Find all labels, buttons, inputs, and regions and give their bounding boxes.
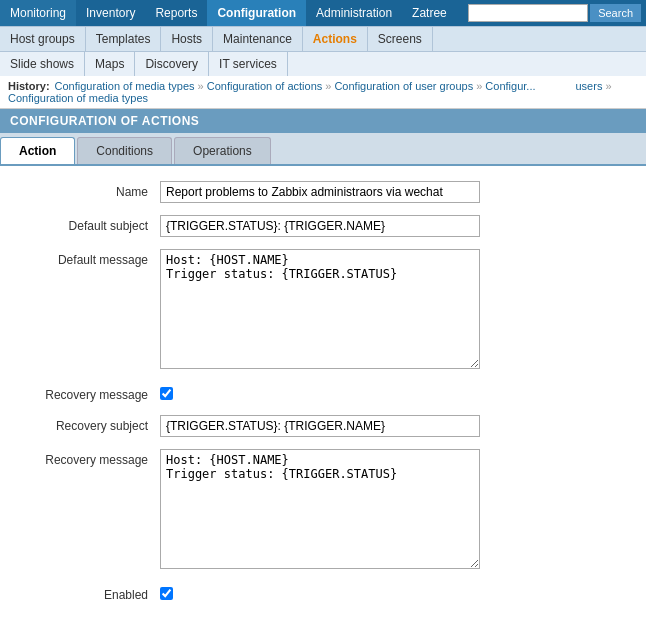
history-bar: History: Configuration of media types » … xyxy=(0,76,646,109)
default-subject-control xyxy=(160,215,626,237)
form-area: Name Default subject Default message Hos… xyxy=(0,166,646,628)
history-crumb-2[interactable]: Configuration of actions xyxy=(207,80,323,92)
nav-administration[interactable]: Administration xyxy=(306,0,402,26)
nav-actions[interactable]: Actions xyxy=(303,27,368,51)
recovery-message2-label: Recovery message xyxy=(20,449,160,467)
tab-action[interactable]: Action xyxy=(0,137,75,164)
recovery-message-checkbox[interactable] xyxy=(160,387,173,400)
top-nav: Monitoring Inventory Reports Configurati… xyxy=(0,0,646,26)
recovery-message-checkbox-control xyxy=(160,384,626,403)
history-label: History: xyxy=(8,80,50,92)
history-sep-2: » xyxy=(325,80,331,92)
default-subject-input[interactable] xyxy=(160,215,480,237)
nav-discovery[interactable]: Discovery xyxy=(135,52,209,76)
history-sep-3: » xyxy=(476,80,482,92)
history-crumb-4[interactable]: Configur... xyxy=(485,80,535,92)
history-crumb-6[interactable]: Configuration of media types xyxy=(8,92,148,104)
tab-conditions[interactable]: Conditions xyxy=(77,137,172,164)
recovery-message2-textarea[interactable]: Host: {HOST.NAME} Trigger status: {TRIGG… xyxy=(160,449,480,569)
nav-monitoring[interactable]: Monitoring xyxy=(0,0,76,26)
default-message-label: Default message xyxy=(20,249,160,267)
nav-configuration[interactable]: Configuration xyxy=(207,0,306,26)
enabled-label: Enabled xyxy=(20,584,160,602)
default-subject-label: Default subject xyxy=(20,215,160,233)
section-header: CONFIGURATION OF ACTIONS xyxy=(0,109,646,133)
tab-operations[interactable]: Operations xyxy=(174,137,271,164)
history-crumb-5[interactable]: users xyxy=(576,80,603,92)
tabs: Action Conditions Operations xyxy=(0,133,646,166)
nav-slide-shows[interactable]: Slide shows xyxy=(0,52,85,76)
default-message-control: Host: {HOST.NAME} Trigger status: {TRIGG… xyxy=(160,249,626,372)
recovery-subject-input[interactable] xyxy=(160,415,480,437)
search-area: Search xyxy=(463,1,646,25)
search-button[interactable]: Search xyxy=(590,4,641,22)
nav-maps[interactable]: Maps xyxy=(85,52,135,76)
enabled-control xyxy=(160,584,626,603)
recovery-subject-control xyxy=(160,415,626,437)
second-nav: Host groups Templates Hosts Maintenance … xyxy=(0,26,646,51)
history-sep-1: » xyxy=(198,80,204,92)
nav-it-services[interactable]: IT services xyxy=(209,52,288,76)
recovery-message-checkbox-row: Recovery message xyxy=(20,384,626,403)
name-label: Name xyxy=(20,181,160,199)
recovery-subject-row: Recovery subject xyxy=(20,415,626,437)
third-nav: Slide shows Maps Discovery IT services xyxy=(0,51,646,76)
nav-host-groups[interactable]: Host groups xyxy=(0,27,86,51)
name-control xyxy=(160,181,626,203)
history-sep-4: » xyxy=(605,80,611,92)
nav-maintenance[interactable]: Maintenance xyxy=(213,27,303,51)
nav-inventory[interactable]: Inventory xyxy=(76,0,145,26)
enabled-row: Enabled xyxy=(20,584,626,603)
recovery-message-checkbox-label: Recovery message xyxy=(20,384,160,402)
nav-hosts[interactable]: Hosts xyxy=(161,27,213,51)
default-message-row: Default message Host: {HOST.NAME} Trigge… xyxy=(20,249,626,372)
history-crumb-1[interactable]: Configuration of media types xyxy=(55,80,195,92)
nav-screens[interactable]: Screens xyxy=(368,27,433,51)
search-input[interactable] xyxy=(468,4,588,22)
name-input[interactable] xyxy=(160,181,480,203)
nav-templates[interactable]: Templates xyxy=(86,27,162,51)
nav-reports[interactable]: Reports xyxy=(145,0,207,26)
enabled-checkbox[interactable] xyxy=(160,587,173,600)
nav-zatree[interactable]: Zatree xyxy=(402,0,457,26)
name-row: Name xyxy=(20,181,626,203)
recovery-message2-row: Recovery message Host: {HOST.NAME} Trigg… xyxy=(20,449,626,572)
history-crumb-3[interactable]: Configuration of user groups xyxy=(334,80,473,92)
recovery-message2-control: Host: {HOST.NAME} Trigger status: {TRIGG… xyxy=(160,449,626,572)
default-subject-row: Default subject xyxy=(20,215,626,237)
default-message-textarea[interactable]: Host: {HOST.NAME} Trigger status: {TRIGG… xyxy=(160,249,480,369)
recovery-subject-label: Recovery subject xyxy=(20,415,160,433)
